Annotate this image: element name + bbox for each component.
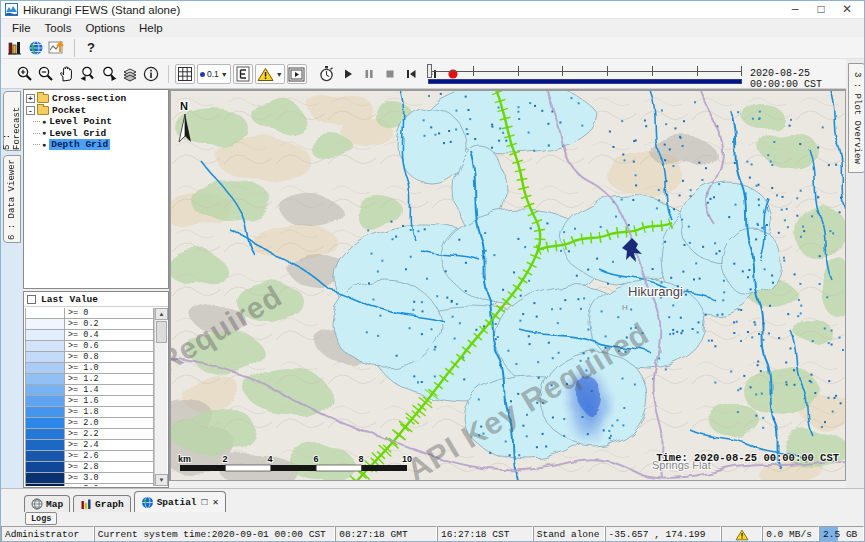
svg-text:2: 2 [222, 454, 227, 464]
legend-row[interactable]: >= 0.2 [25, 319, 154, 330]
svg-text:N: N [180, 100, 188, 112]
zoom-out-button[interactable] [36, 64, 56, 84]
legend-row[interactable]: >= 0.8 [25, 352, 154, 363]
legend-row[interactable]: >= 2.0 [25, 418, 154, 429]
status-gmt-time: 08:27:18 GMT [335, 526, 437, 542]
legend-row[interactable]: >= 0.4 [25, 330, 154, 341]
zoom-next-icon [100, 65, 118, 83]
map-canvas[interactable]: H N API Key Required API Key Required Hi… [170, 90, 846, 481]
app-window: Hikurangi FEWS (Stand alone) – □ ✕ File … [0, 0, 865, 542]
tree-node-depth-grid[interactable]: ● Depth Grid [25, 139, 167, 151]
last-value-checkbox[interactable] [27, 295, 36, 304]
warnings-dropdown[interactable]: ▼ [255, 64, 285, 84]
status-warning[interactable] [721, 526, 762, 542]
minimize-button[interactable]: – [782, 1, 808, 19]
scroll-down-icon[interactable]: ▼ [155, 474, 168, 486]
status-system-time: Current system time:2020-09-01 00:00 CST [94, 526, 335, 542]
legend-row[interactable]: >= 2.8 [25, 462, 154, 473]
expand-icon[interactable]: + [26, 94, 35, 103]
legend-row-label: >= 1.8 [65, 407, 154, 418]
legend-row[interactable]: >= 1.4 [25, 385, 154, 396]
legend-row-label: >= 0.4 [65, 330, 154, 341]
class-interval-dropdown[interactable]: 0.1 ▼ [197, 64, 231, 84]
zoom-in-button[interactable] [15, 64, 35, 84]
bottom-tab-bar: Map Graph Spatial □ ✕ [1, 488, 864, 512]
layers-button[interactable] [120, 64, 140, 84]
info-button[interactable] [141, 64, 161, 84]
scroll-thumb[interactable] [156, 321, 167, 343]
svg-text:8: 8 [358, 454, 363, 464]
legend-color-swatch [25, 385, 65, 396]
map-view[interactable]: H N API Key Required API Key Required Hi… [169, 89, 846, 481]
legend-row[interactable]: >= 1.0 [25, 363, 154, 374]
timeline-slider[interactable] [426, 63, 744, 84]
legend-row[interactable]: >= 0.6 [25, 341, 154, 352]
grid-display-button[interactable] [175, 64, 195, 84]
timeseries-chart-button[interactable] [47, 38, 67, 58]
zoom-previous-button[interactable] [78, 64, 98, 84]
tab-map[interactable]: Map [24, 495, 70, 512]
legend-row[interactable]: >= 2.2 [25, 429, 154, 440]
grid-icon [177, 66, 193, 82]
legend-scrollbar[interactable]: ▲ ▼ [154, 308, 167, 486]
timeline-progress-bar [428, 79, 742, 84]
scroll-up-icon[interactable]: ▲ [155, 308, 168, 320]
close-icon[interactable]: ✕ [213, 496, 219, 508]
maximize-button[interactable]: □ [808, 1, 834, 19]
play-button[interactable] [338, 64, 358, 84]
bar-chart-icon [80, 498, 92, 510]
tree-node-level-point[interactable]: ● Level Point [25, 116, 167, 128]
tree-node-pocket[interactable]: - Pocket [25, 105, 167, 117]
pan-button[interactable] [57, 64, 77, 84]
tab-data-viewer[interactable]: 6 : Data Viewer [3, 155, 21, 243]
warning-icon [257, 67, 274, 82]
menu-tools[interactable]: Tools [38, 22, 79, 34]
tab-spatial[interactable]: Spatial □ ✕ [134, 491, 226, 512]
status-coordinates: -35.657 , 174.199 [605, 526, 722, 542]
tab-graph[interactable]: Graph [73, 495, 131, 512]
menu-options[interactable]: Options [78, 22, 132, 34]
logs-button[interactable]: Logs [25, 512, 57, 525]
tree-node-cross-section[interactable]: + Cross-section [25, 93, 167, 105]
legend-title: Last Value [41, 294, 98, 305]
menu-help[interactable]: Help [132, 22, 170, 34]
legend-row[interactable]: >= 1.8 [25, 407, 154, 418]
status-bar: Administrator Current system time:2020-0… [1, 526, 864, 542]
restore-icon[interactable]: □ [202, 497, 208, 508]
legend-row[interactable]: >= 2.6 [25, 451, 154, 462]
first-timestep-button[interactable] [401, 64, 421, 84]
legend-row[interactable]: >= 2.4 [25, 440, 154, 451]
legend-row[interactable]: >= 3.2 [25, 484, 154, 486]
tree-node-label: Cross-section [52, 93, 126, 104]
collapse-icon[interactable]: - [26, 106, 35, 115]
status-memory: 2.5 GB [819, 526, 864, 542]
legend-button[interactable] [233, 64, 253, 84]
legend-row-label: >= 1.4 [65, 385, 154, 396]
animation-export-button[interactable] [287, 64, 307, 84]
legend-e-icon [236, 66, 250, 82]
left-panel: + Cross-section - Pocket ● Level Point ●… [23, 89, 169, 488]
globe-button[interactable] [26, 38, 46, 58]
tab-forecast[interactable]: 5 : Forecast [3, 91, 21, 151]
help-button[interactable]: ? [81, 38, 101, 58]
database-button[interactable] [5, 38, 25, 58]
tree-node-level-grid[interactable]: ● Level Grid [25, 128, 167, 140]
zoom-next-button[interactable] [99, 64, 119, 84]
legend-row[interactable]: >= 3.0 [25, 473, 154, 484]
menu-file[interactable]: File [5, 22, 38, 34]
timeline-thumb[interactable] [427, 64, 432, 78]
chevron-down-icon: ▼ [221, 71, 228, 78]
tab-plot-overview[interactable]: 3 : Plot Overview [848, 63, 865, 173]
status-user: Administrator [1, 526, 94, 542]
svg-text:4: 4 [267, 454, 272, 464]
stop-button[interactable] [380, 64, 400, 84]
legend-color-swatch [25, 352, 65, 363]
legend-row[interactable]: >= 1.2 [25, 374, 154, 385]
pause-button[interactable] [359, 64, 379, 84]
legend-color-swatch [25, 451, 65, 462]
close-button[interactable]: ✕ [834, 1, 860, 19]
legend-row[interactable]: >= 1.6 [25, 396, 154, 407]
database-icon [7, 40, 24, 56]
stopwatch-button[interactable] [317, 64, 337, 84]
legend-row[interactable]: >= 0 [25, 308, 154, 319]
